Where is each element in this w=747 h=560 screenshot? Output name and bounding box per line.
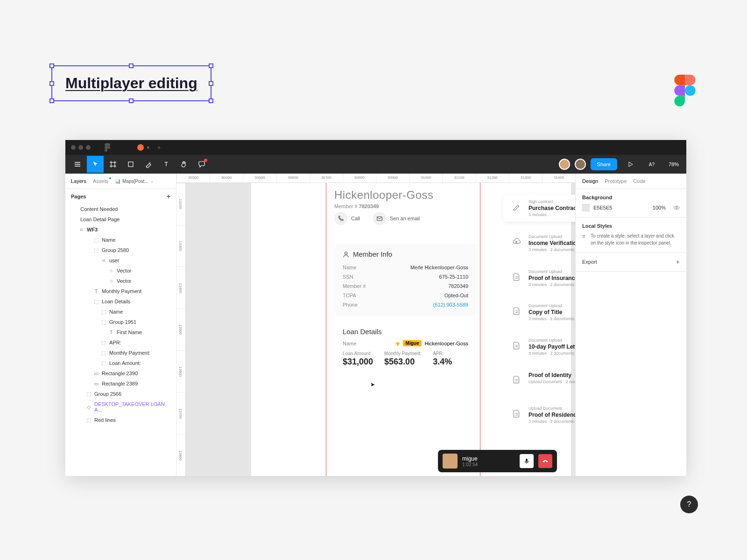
dev-mode-button[interactable]: A?	[643, 156, 660, 173]
shape-tool[interactable]	[122, 156, 139, 173]
info-row: Member #7820349	[343, 281, 468, 291]
selection-handle[interactable]	[129, 63, 134, 68]
visibility-icon[interactable]	[673, 204, 680, 211]
layer-item[interactable]: ⬚Group 2566	[65, 389, 176, 399]
email-button[interactable]: Sen an email	[373, 212, 420, 225]
loan-stat: Monthly Payment:$563.00	[384, 351, 422, 367]
layer-item[interactable]: ⬚Monthly Payment:	[65, 348, 176, 358]
svg-point-1	[107, 146, 110, 149]
color-value[interactable]: E5E5E5	[593, 205, 649, 210]
pen-tool[interactable]	[140, 156, 157, 173]
export-label: Export	[582, 259, 597, 265]
layer-item[interactable]: ⬚Name	[65, 307, 176, 317]
layer-item[interactable]: ⬚Loan Amount:	[65, 358, 176, 368]
info-row: SSN675-25-1110	[343, 272, 468, 281]
user-icon	[343, 251, 349, 258]
call-button[interactable]: Call	[334, 212, 360, 225]
figma-icon[interactable]	[105, 143, 110, 152]
layer-item[interactable]: ⬚Loan Details	[65, 296, 176, 307]
frame-tool[interactable]	[105, 156, 121, 173]
layer-item[interactable]: TFirst Name	[65, 327, 176, 337]
selection-handle[interactable]	[209, 98, 213, 103]
comment-tool[interactable]	[193, 156, 210, 173]
styles-icon: ⠿	[582, 233, 585, 240]
layer-item[interactable]: ▭Rectangle 2390	[65, 368, 176, 378]
layer-item[interactable]: ○Vector	[65, 266, 176, 276]
add-export-button[interactable]: +	[676, 258, 680, 266]
file-icon	[510, 270, 523, 283]
file-name-tab[interactable]: 📊 Maps[Post... ⌄	[115, 174, 154, 189]
prototype-tab[interactable]: Prototype	[605, 174, 627, 189]
document-item[interactable]: Document Upload Proof of Insurance 3 min…	[503, 265, 575, 292]
layer-item[interactable]: ⬚Red lines	[65, 415, 176, 425]
assets-tab[interactable]: Assets	[93, 174, 108, 189]
page-item[interactable]: Loan Detail Page	[65, 214, 176, 224]
share-button[interactable]: Share	[591, 158, 617, 170]
document-item[interactable]: Upload Document Proof of Residency 3 min…	[503, 401, 575, 428]
opacity-value[interactable]: 100%	[653, 205, 666, 210]
svg-point-12	[345, 252, 347, 254]
end-call-button[interactable]	[538, 454, 552, 468]
selection-handle[interactable]	[49, 98, 54, 103]
add-page-button[interactable]: +	[167, 193, 170, 200]
collaborator-tag: Migue	[403, 340, 422, 346]
menu-button[interactable]	[69, 156, 86, 173]
pen-icon	[510, 200, 523, 213]
mic-button[interactable]	[520, 454, 534, 468]
selection-handle[interactable]	[49, 63, 54, 68]
layer-item[interactable]: ○Vector	[65, 276, 176, 286]
horizontal-ruler: 3030030400305003060030700308003090031000…	[176, 174, 575, 183]
layer-item[interactable]: ◇DESKTOP_TAKEOVER LOAN A...	[65, 399, 176, 415]
new-tab-button[interactable]: +	[157, 144, 161, 151]
window-controls[interactable]	[71, 145, 91, 150]
canvas[interactable]: 3030030400305003060030700308003090031000…	[176, 174, 575, 476]
color-swatch[interactable]	[582, 204, 590, 211]
document-item[interactable]: Document Upload Copy of Title 3 minutes …	[503, 299, 575, 326]
svg-point-0	[685, 85, 696, 96]
layer-item[interactable]: TMonthly Payment	[65, 286, 176, 296]
selection-handle[interactable]	[49, 81, 54, 86]
design-frame[interactable]: Hickenlooper-Goss Member # 7820349 Call …	[251, 183, 571, 476]
toolbar: T Share A? 78%	[65, 155, 686, 174]
info-row: TCPAOpted-Out	[343, 291, 468, 300]
voice-call-widget[interactable]: migue 1:02:54	[438, 450, 557, 472]
loan-details-card[interactable]: Loan Details Name Migue Hickenlooper-Gos…	[334, 328, 477, 367]
help-button[interactable]: ?	[680, 496, 698, 513]
selection-handle[interactable]	[209, 81, 213, 86]
layer-item[interactable]: ⬚Group 2580	[65, 245, 176, 255]
phone-icon	[334, 212, 347, 225]
collaborator-avatar[interactable]	[559, 159, 570, 170]
file-tab[interactable]: ×	[134, 142, 153, 153]
file-icon	[510, 304, 523, 317]
layer-item[interactable]: ⬚APR:	[65, 337, 176, 348]
hand-tool[interactable]	[176, 156, 192, 173]
file-icon	[510, 407, 523, 420]
pages-label: Pages	[71, 194, 86, 199]
document-item[interactable]: Proof of Identity Upload Document · 2 do…	[503, 367, 575, 391]
move-tool[interactable]	[87, 156, 104, 173]
collaborator-avatar[interactable]	[575, 159, 586, 170]
selection-handle[interactable]	[129, 98, 134, 103]
zoom-level[interactable]: 78%	[665, 161, 683, 167]
layer-item[interactable]: ▭Rectangle 2389	[65, 378, 176, 389]
layers-tab[interactable]: Layers	[71, 174, 86, 189]
layer-item[interactable]: ⬚Group 1951	[65, 317, 176, 327]
guide-line[interactable]	[480, 183, 480, 476]
code-tab[interactable]: Code	[633, 174, 645, 189]
selection-handle[interactable]	[209, 63, 213, 68]
background-label: Background	[582, 195, 680, 200]
member-info-card[interactable]: Member Info NameMerle Hickenlooper-GossS…	[334, 244, 477, 316]
document-item[interactable]: Sign contract Purchase Contract 3 minute…	[503, 195, 575, 222]
document-item[interactable]: Document Upload 10-day Payoff Letter 3 m…	[503, 333, 575, 360]
member-number: Member # 7820349	[334, 203, 434, 209]
document-item[interactable]: Document Upload Income Verification 3 mi…	[503, 230, 575, 257]
layer-item[interactable]: ⬚Name	[65, 235, 176, 245]
info-row: NameMerle Hickenlooper-Goss	[343, 263, 468, 272]
present-button[interactable]	[622, 156, 639, 173]
design-tab[interactable]: Design	[582, 174, 598, 189]
layer-item[interactable]: ⌗user	[65, 255, 176, 266]
page-item-active[interactable]: ⌗WF3	[65, 224, 176, 235]
guide-line[interactable]	[326, 183, 326, 476]
text-tool[interactable]: T	[158, 156, 175, 173]
page-item[interactable]: Content Needed	[65, 204, 176, 214]
